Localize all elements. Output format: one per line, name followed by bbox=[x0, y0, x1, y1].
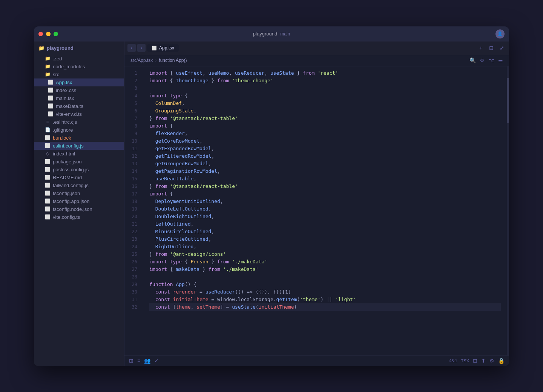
sidebar-item-label: eslint.config.js bbox=[53, 143, 120, 149]
fullscreen-button[interactable]: ⤢ bbox=[498, 44, 506, 52]
folder-root-icon: 📁 bbox=[38, 45, 44, 51]
code-line bbox=[149, 85, 501, 92]
tab-bar: ‹ › ⬜ App.tsx + ⊟ ⤢ bbox=[124, 42, 509, 55]
line-number: 5 bbox=[124, 100, 143, 107]
sidebar-item-makedata[interactable]: ⬜ makeData.ts bbox=[34, 102, 124, 110]
line-number: 28 bbox=[124, 273, 143, 281]
code-line: ColumnDef, bbox=[149, 100, 501, 107]
code-line-highlighted: const [theme, setTheme] = useState(initi… bbox=[149, 303, 501, 311]
code-line: } from '@tanstack/react-table' bbox=[149, 115, 501, 122]
sidebar-item-label: makeData.ts bbox=[56, 103, 120, 109]
sidebar-item-package-json[interactable]: ⬜ package.json bbox=[34, 158, 124, 166]
status-bar: ⊞ ≡ 👥 ✓ 45:1 TSX ⊟ ⬆ ⚙ 🔒 bbox=[124, 355, 509, 366]
folder-icon: 📁 bbox=[44, 72, 51, 77]
code-line: getCoreRowModel, bbox=[149, 137, 501, 145]
sidebar-item-index-css[interactable]: ⬜ index.css bbox=[34, 86, 124, 94]
main-content: 📁 playground 📁 .zed 📁 node_modules 📁 src… bbox=[34, 42, 509, 366]
sidebar-item-label: tailwind.config.js bbox=[53, 183, 120, 188]
code-editor[interactable]: 1 2 3 4 5 6 7 8 9 10 11 12 13 14 15 16 1 bbox=[124, 66, 509, 355]
tab-app-tsx[interactable]: ⬜ App.tsx bbox=[147, 44, 179, 52]
sidebar-item-eslint-config[interactable]: ⬜ eslint.config.js bbox=[34, 142, 124, 150]
sidebar-item-label: tsconfig.app.json bbox=[53, 198, 120, 204]
sidebar-item-app-tsx[interactable]: ⬜ App.tsx bbox=[34, 78, 124, 86]
line-numbers: 1 2 3 4 5 6 7 8 9 10 11 12 13 14 15 16 1 bbox=[124, 66, 143, 355]
check-icon[interactable]: ✓ bbox=[154, 358, 159, 364]
sidebar-item-node-modules[interactable]: 📁 node_modules bbox=[34, 63, 124, 71]
sidebar-item-label: .gitignore bbox=[53, 127, 120, 133]
back-button[interactable]: ‹ bbox=[127, 44, 136, 52]
file-icon: ⬜ bbox=[44, 167, 51, 172]
sidebar-item-tsconfig-app[interactable]: ⬜ tsconfig.app.json bbox=[34, 197, 124, 205]
file-icon: ⬜ bbox=[44, 206, 51, 212]
code-line: getExpandedRowModel, bbox=[149, 145, 501, 152]
sidebar-item-label: bun.lock bbox=[53, 135, 120, 141]
share-icon[interactable]: ⬆ bbox=[481, 358, 486, 364]
sidebar-item-gitignore[interactable]: 📄 .gitignore bbox=[34, 126, 124, 134]
sidebar-item-tsconfig-node[interactable]: ⬜ tsconfig.node.json bbox=[34, 205, 124, 213]
status-bar-right: 45:1 TSX ⊟ ⬆ ⚙ 🔒 bbox=[449, 358, 505, 364]
close-button[interactable] bbox=[38, 32, 43, 36]
sidebar-item-postcss[interactable]: ⬜ postcss.config.js bbox=[34, 166, 124, 174]
code-line: const initialTheme = window.localStorage… bbox=[149, 296, 501, 303]
sidebar-item-main-tsx[interactable]: ⬜ main.tsx bbox=[34, 94, 124, 102]
file-icon: ⬜ bbox=[48, 80, 54, 85]
outline-icon[interactable]: ≡ bbox=[137, 358, 140, 364]
minimize-button[interactable] bbox=[46, 32, 51, 36]
settings-icon[interactable]: ⚙ bbox=[480, 57, 485, 63]
split-editor-button[interactable]: ⊟ bbox=[487, 44, 495, 52]
sidebar-item-vite-config[interactable]: ⬜ vite.config.ts bbox=[34, 213, 124, 221]
code-line: flexRender, bbox=[149, 130, 501, 137]
lock-icon[interactable]: 🔒 bbox=[498, 358, 505, 364]
titlebar-title: playground main bbox=[253, 31, 290, 37]
line-number: 10 bbox=[124, 137, 143, 145]
avatar[interactable]: 👤 bbox=[495, 29, 505, 38]
scrollbar-thumb bbox=[507, 78, 509, 123]
code-line: import { useEffect, useMemo, useReducer,… bbox=[149, 69, 501, 77]
sidebar-item-label: package.json bbox=[53, 159, 120, 164]
sidebar-item-tailwind[interactable]: ⬜ tailwind.config.js bbox=[34, 181, 124, 189]
sidebar-item-label: index.html bbox=[53, 151, 120, 157]
folder-icon: 📁 bbox=[44, 64, 51, 69]
sidebar-item-eslintrc[interactable]: ≡ .eslintrc.cjs bbox=[34, 118, 124, 126]
line-number: 17 bbox=[124, 190, 143, 198]
sidebar-item-zed[interactable]: 📁 .zed bbox=[34, 55, 124, 63]
code-line: import { bbox=[149, 122, 501, 130]
filter-icon[interactable]: ⚌ bbox=[498, 57, 503, 63]
format-icon[interactable]: ⊟ bbox=[473, 358, 477, 364]
line-number: 4 bbox=[124, 92, 143, 100]
line-number: 12 bbox=[124, 152, 143, 160]
sidebar-item-label: postcss.config.js bbox=[53, 167, 120, 172]
code-line: getPaginationRowModel, bbox=[149, 168, 501, 175]
sidebar-item-src[interactable]: 📁 src bbox=[34, 71, 124, 78]
file-icon: ⬜ bbox=[44, 143, 51, 148]
sidebar-item-readme[interactable]: ⬜ README.md bbox=[34, 174, 124, 181]
sidebar-item-bun-lock[interactable]: ⬜ bun.lock bbox=[34, 134, 124, 142]
editor-scrollbar[interactable] bbox=[507, 66, 509, 355]
line-number: 18 bbox=[124, 198, 143, 205]
breadcrumb-actions: 🔍 ⚙ ⌥ ⚌ bbox=[469, 57, 503, 63]
new-tab-button[interactable]: + bbox=[477, 44, 485, 52]
search-icon[interactable]: 🔍 bbox=[469, 57, 476, 63]
extensions-icon[interactable]: ⚙ bbox=[489, 358, 494, 364]
sidebar-item-label: main.tsx bbox=[56, 95, 120, 101]
code-line: getFilteredRowModel, bbox=[149, 152, 501, 160]
line-number: 21 bbox=[124, 220, 143, 228]
file-icon: ≡ bbox=[44, 119, 51, 125]
breadcrumb-bar: src/App.tsx › function App() 🔍 ⚙ ⌥ ⚌ bbox=[124, 55, 509, 66]
code-line: DeploymentUnitOutlined, bbox=[149, 198, 501, 205]
file-icon: ⬜ bbox=[44, 214, 51, 220]
sidebar-item-tsconfig[interactable]: ⬜ tsconfig.json bbox=[34, 189, 124, 197]
panel-icon[interactable]: ⊞ bbox=[129, 358, 133, 364]
sidebar-item-index-html[interactable]: ◇ index.html bbox=[34, 150, 124, 158]
code-content[interactable]: import { useEffect, useMemo, useReducer,… bbox=[143, 66, 507, 355]
sidebar-item-vite-env[interactable]: ⬜ vite-env.d.ts bbox=[34, 110, 124, 118]
line-number: 9 bbox=[124, 130, 143, 137]
code-line: const rerender = useReducer(() => ({}), … bbox=[149, 288, 501, 296]
format-icon[interactable]: ⌥ bbox=[488, 57, 494, 63]
maximize-button[interactable] bbox=[54, 32, 58, 36]
sidebar-root[interactable]: 📁 playground bbox=[34, 42, 124, 55]
forward-button[interactable]: › bbox=[137, 44, 146, 52]
line-number: 16 bbox=[124, 183, 143, 190]
file-icon: 📄 bbox=[44, 127, 51, 132]
collab-icon[interactable]: 👥 bbox=[144, 358, 150, 364]
